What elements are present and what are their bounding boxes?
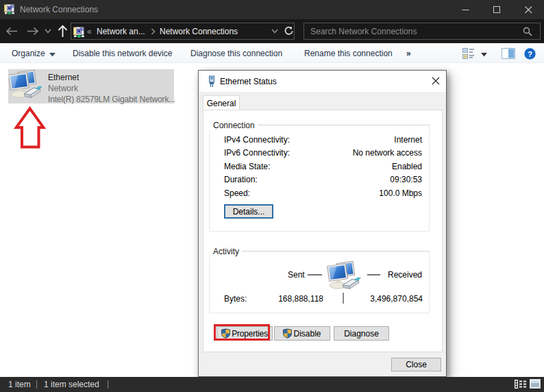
svg-text:?: ?	[528, 50, 532, 58]
